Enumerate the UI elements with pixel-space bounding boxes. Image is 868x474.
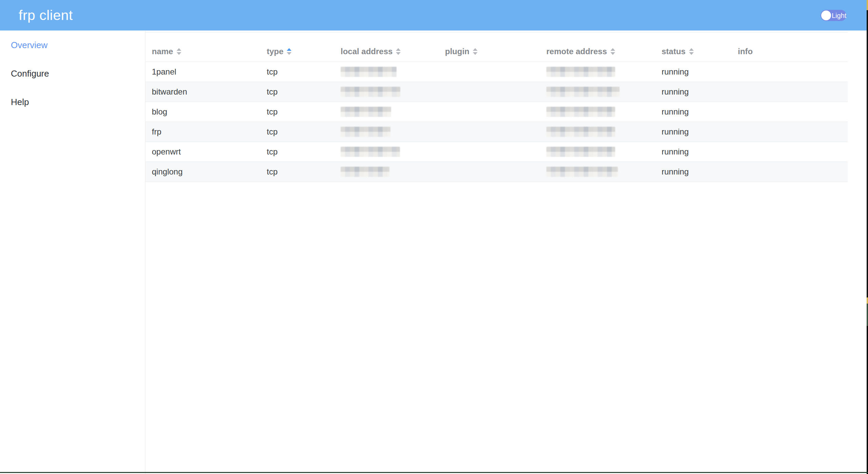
cell-remote-address (540, 87, 655, 97)
sort-icon[interactable] (287, 48, 291, 55)
cell-name: 1panel (145, 67, 260, 77)
column-label-type: type (267, 47, 283, 56)
table-row-frp: frptcprunning (145, 122, 848, 142)
cell-local-address (334, 67, 439, 77)
column-label-status: status (662, 47, 686, 56)
masked-remote-address-value (546, 67, 615, 77)
sidebar-item-overview[interactable]: Overview (11, 31, 145, 59)
sort-desc-icon (473, 52, 478, 55)
column-header-info: info (731, 47, 848, 56)
column-label-info: info (738, 47, 753, 56)
cell-type: tcp (260, 107, 334, 117)
sort-asc-icon (287, 48, 291, 51)
table-header-row: nametypelocal addresspluginremote addres… (145, 32, 848, 62)
cell-type: tcp (260, 147, 334, 157)
column-header-plugin[interactable]: plugin (439, 47, 540, 56)
sort-icon[interactable] (610, 48, 615, 55)
cell-status: running (655, 147, 731, 157)
masked-remote-address-value (546, 87, 620, 97)
sort-asc-icon (473, 48, 478, 51)
sort-icon[interactable] (396, 48, 401, 55)
column-label-name: name (152, 47, 173, 56)
cell-local-address (334, 107, 439, 117)
cell-status: running (655, 107, 731, 117)
cell-type: tcp (260, 67, 334, 77)
theme-toggle-label: Light (832, 12, 846, 19)
cell-name: blog (145, 107, 260, 117)
cell-status: running (655, 127, 731, 137)
sort-icon[interactable] (689, 48, 694, 55)
column-header-name[interactable]: name (145, 47, 260, 56)
screen-right-edge-artifact (867, 0, 868, 474)
sort-desc-icon (396, 52, 401, 55)
main-layout: OverviewConfigureHelp nametypelocal addr… (0, 30, 868, 474)
table-row-bitwarden: bitwardentcprunning (145, 82, 848, 102)
cell-remote-address (540, 127, 655, 137)
table-row-1panel: 1paneltcprunning (145, 62, 848, 82)
theme-toggle[interactable]: Light (821, 10, 846, 21)
masked-local-address-value (341, 127, 390, 137)
table-row-blog: blogtcprunning (145, 102, 848, 122)
sort-desc-icon (689, 52, 694, 55)
cell-type: tcp (260, 87, 334, 97)
sort-icon[interactable] (473, 48, 478, 55)
sort-asc-icon (610, 48, 615, 51)
cell-status: running (655, 87, 731, 97)
cell-local-address (334, 167, 439, 177)
theme-toggle-knob-icon (821, 11, 831, 20)
sort-desc-icon (177, 52, 181, 55)
column-label-local-address: local address (341, 47, 392, 56)
column-header-local-address[interactable]: local address (334, 47, 439, 56)
app-header: frp client Light (0, 0, 868, 30)
masked-local-address-value (341, 107, 391, 117)
sidebar: OverviewConfigureHelp (0, 30, 145, 474)
masked-remote-address-value (546, 147, 615, 157)
cell-status: running (655, 167, 731, 177)
masked-remote-address-value (546, 107, 615, 117)
column-header-type[interactable]: type (260, 47, 334, 56)
table-body: 1paneltcprunningbitwardentcprunningblogt… (145, 62, 848, 182)
masked-local-address-value (341, 87, 400, 97)
column-header-status[interactable]: status (655, 47, 731, 56)
cell-local-address (334, 147, 439, 157)
app-title: frp client (19, 7, 73, 23)
sort-desc-icon (287, 52, 291, 55)
cell-local-address (334, 127, 439, 137)
cell-type: tcp (260, 127, 334, 137)
sidebar-list: OverviewConfigureHelp (0, 30, 145, 116)
cell-status: running (655, 67, 731, 77)
cell-remote-address (540, 167, 655, 177)
sort-asc-icon (689, 48, 694, 51)
cell-remote-address (540, 67, 655, 77)
masked-local-address-value (341, 67, 397, 77)
cell-remote-address (540, 107, 655, 117)
main-content: nametypelocal addresspluginremote addres… (145, 30, 868, 474)
proxies-table: nametypelocal addresspluginremote addres… (145, 32, 848, 182)
frp-client-app: frp client Light OverviewConfigureHelp n… (0, 0, 868, 474)
cell-name: qinglong (145, 167, 260, 177)
masked-local-address-value (341, 167, 389, 177)
cell-remote-address (540, 147, 655, 157)
cell-name: bitwarden (145, 87, 260, 97)
sidebar-item-configure[interactable]: Configure (11, 59, 145, 88)
cell-name: frp (145, 127, 260, 137)
sort-asc-icon (396, 48, 401, 51)
column-header-remote-address[interactable]: remote address (540, 47, 655, 56)
sidebar-item-help[interactable]: Help (11, 88, 145, 116)
masked-remote-address-value (546, 127, 615, 137)
table-row-openwrt: openwrttcprunning (145, 142, 848, 162)
sort-desc-icon (610, 52, 615, 55)
masked-local-address-value (341, 147, 400, 157)
cell-name: openwrt (145, 147, 260, 157)
table-row-qinglong: qinglongtcprunning (145, 162, 848, 182)
masked-remote-address-value (546, 167, 618, 177)
sort-asc-icon (177, 48, 181, 51)
column-label-remote-address: remote address (546, 47, 607, 56)
screen-bottom-line-artifact (0, 472, 868, 473)
cell-local-address (334, 87, 439, 97)
column-label-plugin: plugin (445, 47, 469, 56)
sort-icon[interactable] (177, 48, 181, 55)
cell-type: tcp (260, 167, 334, 177)
